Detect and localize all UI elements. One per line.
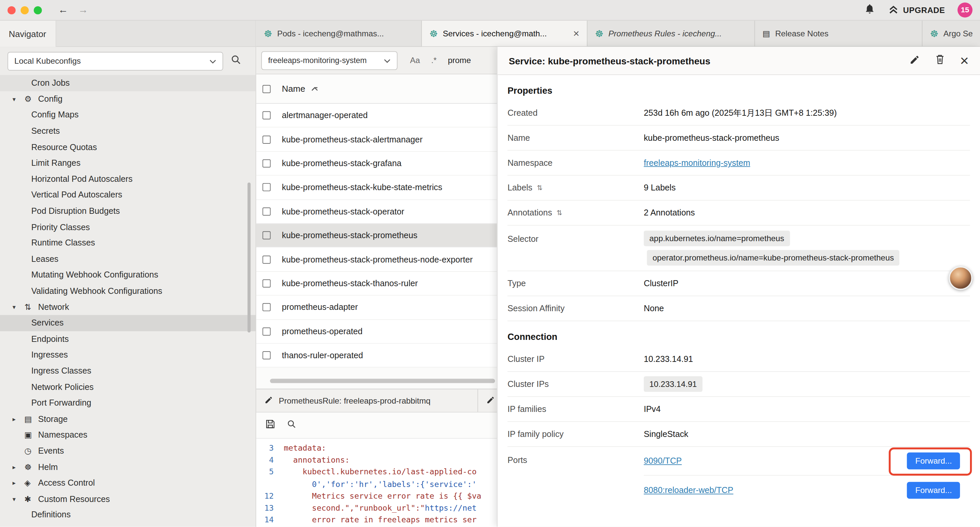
- helm-wheel-icon: ☸: [24, 462, 38, 471]
- row-checkbox[interactable]: [262, 207, 270, 215]
- tab-pods[interactable]: ☸Pods - icecheng@mathmas...: [256, 21, 422, 46]
- labels-count: 9 Labels: [644, 183, 676, 193]
- sidebar-item-network[interactable]: ▾⇅Network: [0, 299, 256, 315]
- tab-argo[interactable]: ☸Argo Se: [923, 21, 980, 46]
- forward-port-9090-button[interactable]: Forward...: [907, 453, 960, 470]
- close-tab-icon[interactable]: ×: [573, 27, 579, 40]
- sidebar-item-endpoints[interactable]: Endpoints: [0, 331, 256, 347]
- cluster-ip-value: 10.233.14.91: [644, 354, 693, 363]
- tab-services[interactable]: ☸Services - icecheng@math...×: [422, 21, 588, 46]
- row-checkbox[interactable]: [262, 159, 270, 167]
- close-window-button[interactable]: [7, 6, 15, 14]
- row-checkbox[interactable]: [262, 183, 270, 191]
- minimize-window-button[interactable]: [21, 6, 29, 14]
- storage-icon: ▤: [24, 414, 38, 424]
- save-icon[interactable]: [265, 419, 275, 431]
- property-row-cluster-ip: Cluster IP 10.233.14.91: [508, 347, 970, 372]
- forward-port-8080-button[interactable]: Forward...: [907, 482, 960, 498]
- forward-button[interactable]: →: [78, 4, 88, 16]
- sidebar-item-config[interactable]: ▾⚙Config: [0, 91, 256, 107]
- sidebar-item-helm[interactable]: ▸☸Helm: [0, 459, 256, 475]
- delete-trash-icon[interactable]: [935, 54, 945, 67]
- selector-badge: app.kubernetes.io/name=prometheus: [644, 231, 790, 246]
- row-checkbox[interactable]: [262, 255, 270, 263]
- match-case-toggle[interactable]: Aa: [410, 56, 420, 65]
- row-checkbox[interactable]: [262, 327, 270, 335]
- navigator-panel-tab[interactable]: Navigator: [0, 21, 56, 47]
- expand-collapse-icon[interactable]: ⇅: [556, 209, 562, 217]
- namespace-select[interactable]: freeleaps-monitoring-system: [261, 51, 397, 70]
- sidebar-item-custom-resources[interactable]: ▾✱Custom Resources: [0, 491, 256, 507]
- property-row-namespace: Namespace freeleaps-monitoring-system: [508, 151, 970, 176]
- edit-pencil-icon: [264, 395, 273, 406]
- sidebar-item-cron-jobs[interactable]: Cron Jobs: [0, 75, 256, 91]
- namespace-link[interactable]: freeleaps-monitoring-system: [644, 158, 750, 167]
- annotations-count: 2 Annotations: [644, 208, 695, 218]
- kubernetes-cluster-icon: ☸: [595, 28, 603, 39]
- sidebar-item-network-policies[interactable]: Network Policies: [0, 379, 256, 395]
- dock-tab-prometheusrule[interactable]: PrometheusRule: freeleaps-prod-rabbitmq: [256, 389, 478, 412]
- sidebar-item-namespaces[interactable]: ▣Namespaces: [0, 427, 256, 443]
- notifications-bell-icon[interactable]: [864, 3, 875, 17]
- notification-count-badge[interactable]: 15: [958, 2, 973, 18]
- row-checkbox[interactable]: [262, 279, 270, 287]
- sidebar-item-events[interactable]: ◷Events: [0, 443, 256, 459]
- editor-search-icon[interactable]: [287, 419, 296, 431]
- sidebar-item-mutating-webhook-configurations[interactable]: Mutating Webhook Configurations: [0, 267, 256, 283]
- row-checkbox[interactable]: [262, 135, 270, 143]
- name-column-header[interactable]: Name: [282, 84, 305, 94]
- expand-collapse-icon[interactable]: ⇅: [537, 184, 542, 192]
- port-9090-link[interactable]: 9090/TCP: [644, 456, 682, 466]
- sort-ascending-icon[interactable]: [312, 87, 318, 91]
- drawer-title: Service: kube-prometheus-stack-prometheu…: [509, 56, 710, 66]
- property-row-session-affinity: Session Affinity None: [508, 296, 970, 321]
- upgrade-icon: [887, 3, 899, 17]
- close-drawer-icon[interactable]: ×: [960, 53, 969, 68]
- cluster-ips-badge: 10.233.14.91: [644, 376, 703, 392]
- sidebar-item-validating-webhook-configurations[interactable]: Validating Webhook Configurations: [0, 283, 256, 299]
- created-value: 253d 16h 6m ago (2025年1月13日 GMT+8 1:25:3…: [644, 107, 837, 118]
- window-controls: [7, 6, 42, 14]
- sidebar-item-ingress-classes[interactable]: Ingress Classes: [0, 363, 256, 379]
- tab-prometheus-rules[interactable]: ☸Prometheus Rules - icecheng...: [587, 21, 755, 46]
- regex-toggle[interactable]: .*: [431, 56, 437, 65]
- sidebar-item-ingresses[interactable]: Ingresses: [0, 347, 256, 363]
- sidebar-item-pod-disruption-budgets[interactable]: Pod Disruption Budgets: [0, 203, 256, 219]
- row-checkbox[interactable]: [262, 351, 270, 359]
- sidebar-item-access-control[interactable]: ▸◈Access Control: [0, 475, 256, 491]
- sidebar-item-vertical-pod-autoscalers[interactable]: Vertical Pod Autoscalers: [0, 187, 256, 203]
- horizontal-scrollbar[interactable]: [270, 379, 495, 383]
- sidebar-item-priority-classes[interactable]: Priority Classes: [0, 219, 256, 235]
- sidebar-item-runtime-classes[interactable]: Runtime Classes: [0, 235, 256, 251]
- sidebar-scrollbar[interactable]: [248, 182, 250, 333]
- sidebar-item-port-forwarding[interactable]: Port Forwarding: [0, 395, 256, 411]
- sidebar-item-definitions[interactable]: Definitions: [0, 507, 256, 523]
- tab-release-notes[interactable]: ▤Release Notes: [755, 21, 922, 46]
- upgrade-button[interactable]: UPGRADE: [887, 3, 945, 17]
- sidebar-item-config-maps[interactable]: Config Maps: [0, 107, 256, 123]
- sidebar-search-icon[interactable]: [231, 54, 241, 67]
- editor-tabbar: ☸Pods - icecheng@mathmas... ☸Services - …: [256, 21, 980, 47]
- line-number: 4: [256, 454, 283, 466]
- row-checkbox[interactable]: [262, 231, 270, 239]
- back-button[interactable]: ←: [58, 4, 68, 16]
- select-all-checkbox[interactable]: [262, 85, 270, 93]
- sidebar-item-secrets[interactable]: Secrets: [0, 123, 256, 139]
- sidebar-item-storage[interactable]: ▸▤Storage: [0, 411, 256, 427]
- sidebar-item-resource-quotas[interactable]: Resource Quotas: [0, 139, 256, 155]
- sidebar-item-limit-ranges[interactable]: Limit Ranges: [0, 155, 256, 171]
- edit-pencil-icon[interactable]: [909, 54, 920, 67]
- property-row-cluster-ips: Cluster IPs 10.233.14.91: [508, 372, 970, 397]
- zoom-window-button[interactable]: [34, 6, 42, 14]
- search-input[interactable]: prome: [448, 56, 471, 65]
- kubeconfig-select-value: Local Kubeconfigs: [14, 56, 81, 66]
- kubeconfig-select[interactable]: Local Kubeconfigs: [7, 52, 223, 70]
- row-checkbox[interactable]: [262, 303, 270, 311]
- line-number: 13: [256, 502, 283, 514]
- sidebar-item-leases[interactable]: Leases: [0, 251, 256, 267]
- port-8080-link[interactable]: 8080:reloader-web/TCP: [644, 485, 733, 495]
- user-avatar[interactable]: [949, 266, 972, 290]
- sidebar-item-services[interactable]: Services: [0, 315, 256, 331]
- sidebar-item-horizontal-pod-autoscalers[interactable]: Horizontal Pod Autoscalers: [0, 171, 256, 187]
- row-checkbox[interactable]: [262, 111, 270, 119]
